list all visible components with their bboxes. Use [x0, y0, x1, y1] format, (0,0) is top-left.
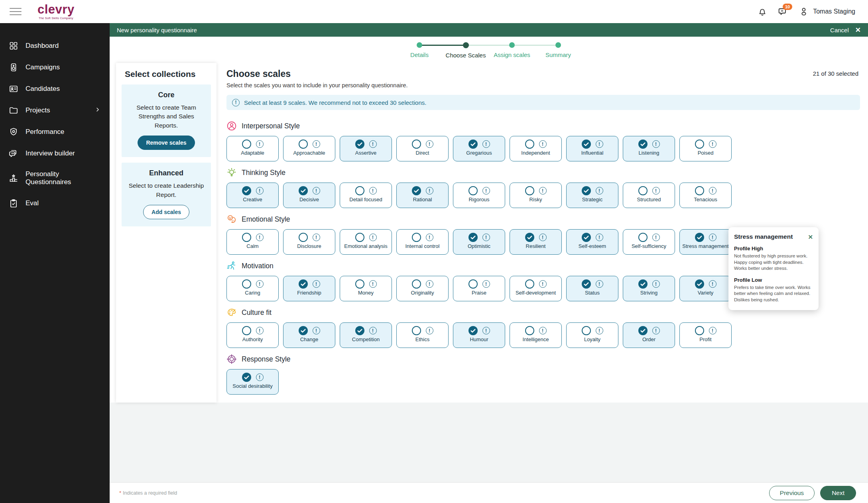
- scale-card-self-development[interactable]: !Self-development: [510, 276, 562, 301]
- scale-info-icon[interactable]: !: [256, 280, 264, 288]
- checkbox-unchecked-icon[interactable]: [525, 279, 534, 289]
- checkbox-checked-icon[interactable]: [638, 140, 648, 149]
- bell-icon[interactable]: [757, 6, 768, 17]
- checkbox-unchecked-icon[interactable]: [525, 140, 534, 149]
- checkbox-unchecked-icon[interactable]: [355, 186, 364, 195]
- checkbox-unchecked-icon[interactable]: [695, 326, 704, 335]
- scale-info-icon[interactable]: !: [596, 280, 603, 288]
- scale-card-optimistic[interactable]: !Optimistic: [453, 229, 505, 255]
- checkbox-checked-icon[interactable]: [242, 186, 251, 195]
- scale-card-influential[interactable]: !Influential: [566, 136, 618, 161]
- checkbox-checked-icon[interactable]: [695, 279, 704, 289]
- checkbox-unchecked-icon[interactable]: [355, 233, 364, 242]
- checkbox-unchecked-icon[interactable]: [242, 140, 251, 149]
- checkbox-checked-icon[interactable]: [355, 326, 364, 335]
- scale-card-poised[interactable]: !Poised: [679, 136, 732, 161]
- checkbox-checked-icon[interactable]: [582, 186, 591, 195]
- scale-card-humour[interactable]: !Humour: [453, 322, 505, 348]
- scale-card-rational[interactable]: !Rational: [396, 183, 449, 208]
- scale-info-icon[interactable]: !: [369, 234, 377, 241]
- checkbox-unchecked-icon[interactable]: [412, 279, 421, 289]
- scale-card-loyalty[interactable]: !Loyalty: [566, 322, 618, 348]
- checkbox-unchecked-icon[interactable]: [412, 140, 421, 149]
- checkbox-checked-icon[interactable]: [582, 233, 591, 242]
- checkbox-unchecked-icon[interactable]: [468, 279, 478, 289]
- scale-info-icon[interactable]: !: [256, 140, 264, 148]
- scale-info-icon[interactable]: !: [256, 327, 264, 334]
- scale-info-icon[interactable]: !: [709, 280, 716, 288]
- checkbox-checked-icon[interactable]: [638, 279, 648, 289]
- scale-info-icon[interactable]: !: [709, 234, 716, 241]
- checkbox-checked-icon[interactable]: [299, 279, 308, 289]
- scale-info-icon[interactable]: !: [539, 234, 547, 241]
- scale-card-assertive[interactable]: !Assertive: [340, 136, 392, 161]
- sidebar-item-personality-questionnaires[interactable]: Personality Questionnaires: [0, 164, 110, 193]
- scale-info-icon[interactable]: !: [652, 280, 660, 288]
- scale-info-icon[interactable]: !: [426, 140, 433, 148]
- checkbox-unchecked-icon[interactable]: [525, 186, 534, 195]
- scale-info-icon[interactable]: !: [482, 280, 490, 288]
- scale-card-self-esteem[interactable]: !Self-esteem: [566, 229, 618, 255]
- scale-card-intelligence[interactable]: !Intelligence: [510, 322, 562, 348]
- checkbox-checked-icon[interactable]: [695, 233, 704, 242]
- scale-card-caring[interactable]: !Caring: [226, 276, 279, 301]
- scale-info-icon[interactable]: !: [709, 187, 716, 195]
- sidebar-item-projects[interactable]: Projects: [0, 100, 110, 121]
- step-summary[interactable]: Summary: [535, 42, 581, 63]
- scale-info-icon[interactable]: !: [539, 140, 547, 148]
- checkbox-unchecked-icon[interactable]: [582, 326, 591, 335]
- scale-info-icon[interactable]: !: [256, 373, 264, 381]
- scale-info-icon[interactable]: !: [652, 140, 660, 148]
- scale-info-icon[interactable]: !: [709, 140, 716, 148]
- scale-info-icon[interactable]: !: [426, 187, 433, 195]
- scale-info-icon[interactable]: !: [482, 187, 490, 195]
- scale-card-strategic[interactable]: !Strategic: [566, 183, 618, 208]
- scale-card-originality[interactable]: !Originality: [396, 276, 449, 301]
- scale-info-icon[interactable]: !: [709, 327, 716, 334]
- scale-card-social-desirability[interactable]: !Social desirability: [226, 369, 279, 395]
- scale-card-approachable[interactable]: !Approachable: [283, 136, 335, 161]
- checkbox-unchecked-icon[interactable]: [468, 186, 478, 195]
- checkbox-checked-icon[interactable]: [582, 140, 591, 149]
- checkbox-checked-icon[interactable]: [299, 326, 308, 335]
- scale-card-stress-management[interactable]: !Stress management: [679, 229, 732, 255]
- tooltip-close-icon[interactable]: ✕: [808, 234, 813, 240]
- checkbox-checked-icon[interactable]: [468, 326, 478, 335]
- user-menu[interactable]: Tomas Staging: [799, 6, 855, 17]
- scale-info-icon[interactable]: !: [313, 187, 320, 195]
- checkbox-checked-icon[interactable]: [638, 326, 648, 335]
- close-icon[interactable]: ✕: [855, 26, 861, 34]
- scale-card-calm[interactable]: !Calm: [226, 229, 279, 255]
- scale-info-icon[interactable]: !: [652, 234, 660, 241]
- scale-info-icon[interactable]: !: [313, 234, 320, 241]
- checkbox-checked-icon[interactable]: [299, 186, 308, 195]
- sidebar-item-performance[interactable]: Performance: [0, 121, 110, 143]
- scale-info-icon[interactable]: !: [426, 327, 433, 334]
- checkbox-unchecked-icon[interactable]: [242, 326, 251, 335]
- scale-card-direct[interactable]: !Direct: [396, 136, 449, 161]
- scale-card-authority[interactable]: !Authority: [226, 322, 279, 348]
- scale-info-icon[interactable]: !: [426, 280, 433, 288]
- checkbox-checked-icon[interactable]: [525, 233, 534, 242]
- scale-card-tenacious[interactable]: !Tenacious: [679, 183, 732, 208]
- checkbox-unchecked-icon[interactable]: [242, 279, 251, 289]
- hamburger-menu-icon[interactable]: [10, 6, 22, 18]
- checkbox-checked-icon[interactable]: [412, 186, 421, 195]
- sidebar-item-eval[interactable]: Eval: [0, 193, 110, 214]
- scale-card-gregarious[interactable]: !Gregarious: [453, 136, 505, 161]
- scale-card-listening[interactable]: !Listening: [623, 136, 675, 161]
- sidebar-item-dashboard[interactable]: Dashboard: [0, 35, 110, 57]
- previous-button[interactable]: Previous: [769, 486, 815, 500]
- scale-card-independent[interactable]: !Independent: [510, 136, 562, 161]
- checkbox-unchecked-icon[interactable]: [638, 233, 648, 242]
- checkbox-unchecked-icon[interactable]: [638, 186, 648, 195]
- scale-info-icon[interactable]: !: [369, 280, 377, 288]
- remove-scales-button[interactable]: Remove scales: [138, 136, 195, 150]
- next-button[interactable]: Next: [820, 486, 856, 500]
- messages-icon[interactable]: 10: [778, 6, 788, 17]
- scale-card-status[interactable]: !Status: [566, 276, 618, 301]
- scale-info-icon[interactable]: !: [652, 187, 660, 195]
- scale-info-icon[interactable]: !: [482, 140, 490, 148]
- scale-info-icon[interactable]: !: [539, 327, 547, 334]
- scale-info-icon[interactable]: !: [256, 187, 264, 195]
